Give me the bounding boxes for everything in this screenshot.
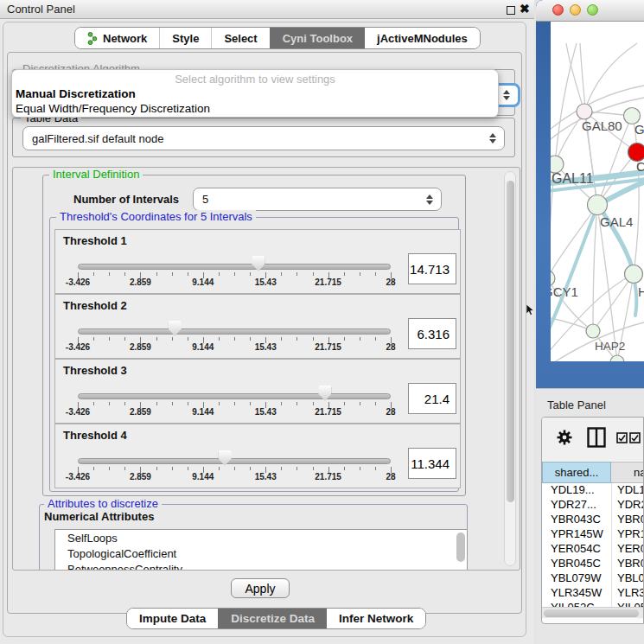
table-row[interactable]: YPR145WYPR14 bbox=[542, 527, 644, 542]
list-scrollbar[interactable] bbox=[456, 532, 465, 562]
list-item[interactable]: SelfLoops bbox=[55, 530, 467, 545]
list-item[interactable]: BetweennessCentrality bbox=[55, 561, 467, 571]
tick-mark bbox=[250, 402, 251, 405]
network-icon bbox=[87, 32, 98, 45]
slider-track[interactable] bbox=[78, 458, 391, 464]
tab-style[interactable]: Style bbox=[159, 28, 211, 48]
tick-mark bbox=[188, 467, 188, 470]
tick-mark bbox=[109, 337, 110, 341]
panel-title: Control Panel bbox=[7, 3, 75, 16]
tick-label: 15.43 bbox=[255, 472, 277, 481]
dropdown-option[interactable]: Manual Discretization bbox=[16, 87, 136, 100]
node-right-mid[interactable] bbox=[625, 265, 643, 284]
highlighted-edge[interactable] bbox=[634, 281, 636, 316]
edge[interactable] bbox=[593, 205, 597, 331]
checkbox-icon[interactable] bbox=[629, 432, 641, 443]
tab-select[interactable]: Select bbox=[211, 28, 269, 48]
table-row[interactable]: YIL052CYIL05 bbox=[542, 601, 644, 607]
node-label: GAL11 bbox=[552, 171, 594, 186]
table-row[interactable]: YBR043CYBR04 bbox=[542, 513, 644, 527]
table-row[interactable]: YBL079WYBL07 bbox=[542, 571, 644, 586]
threshold-value-field[interactable]: 21.4 bbox=[408, 383, 456, 414]
node-gal11[interactable] bbox=[551, 156, 564, 173]
node-label: GAL4 bbox=[600, 214, 633, 229]
threshold-label: Threshold 4 bbox=[63, 429, 127, 442]
tick-label: 2.859 bbox=[130, 407, 151, 417]
tick-mark bbox=[124, 272, 125, 276]
slider-track[interactable] bbox=[78, 393, 391, 399]
node-label: C bbox=[636, 159, 644, 174]
tick-label: -3.426 bbox=[66, 472, 90, 481]
highlighted-edge[interactable] bbox=[551, 207, 597, 335]
minimize-traffic-light[interactable] bbox=[570, 4, 581, 16]
node-gal4[interactable] bbox=[588, 195, 608, 215]
split-pane-icon[interactable] bbox=[587, 427, 606, 448]
edge[interactable] bbox=[555, 43, 577, 164]
cell-shared-name: YER054C bbox=[542, 542, 611, 557]
close-icon[interactable]: ✖ bbox=[520, 2, 530, 16]
node-hap2[interactable] bbox=[586, 324, 600, 338]
tab-network[interactable]: Network bbox=[75, 28, 159, 48]
cell-shared-name: YLR345W bbox=[542, 586, 611, 601]
threshold-box-1: Threshold 1-3.4262.8599.14415.4321.71528… bbox=[54, 229, 461, 294]
threshold-label: Threshold 3 bbox=[63, 364, 127, 377]
threshold-value-field[interactable]: 11.344 bbox=[408, 448, 456, 479]
network-canvas[interactable]: GAL80GAL11GAL4GCY1HAP2GCH bbox=[551, 22, 644, 361]
table-row[interactable]: YDL19...YDL19 bbox=[542, 483, 644, 498]
cell-shared-name: YDL19... bbox=[542, 483, 611, 498]
zoom-traffic-light[interactable] bbox=[587, 4, 598, 16]
column-header-name[interactable]: name bbox=[611, 462, 644, 483]
tick-mark bbox=[250, 467, 251, 470]
settings-scrollbar-thumb[interactable] bbox=[507, 181, 514, 502]
tick-mark bbox=[360, 467, 360, 470]
threshold-value-field[interactable]: 14.713 bbox=[408, 253, 456, 284]
combo-arrows-icon bbox=[502, 90, 510, 100]
tick-mark bbox=[281, 272, 282, 276]
table-row[interactable]: YDR27...YDR27 bbox=[542, 498, 644, 513]
column-header-shared-name[interactable]: shared... bbox=[542, 462, 611, 483]
edge[interactable] bbox=[566, 43, 584, 112]
cell-shared-name: YIL052C bbox=[542, 601, 611, 607]
tab-cyni-toolbox[interactable]: Cyni Toolbox bbox=[270, 28, 365, 48]
tab-label: Style bbox=[172, 32, 199, 45]
tick-label: 28 bbox=[386, 277, 395, 287]
apply-button[interactable]: Apply bbox=[231, 578, 290, 598]
tick-mark bbox=[281, 337, 282, 341]
numerical-attributes-list[interactable]: SelfLoopsTopologicalCoefficientBetweenne… bbox=[54, 529, 468, 571]
bottom-tab-infer-network[interactable]: Infer Network bbox=[327, 609, 425, 628]
tick-label: 21.715 bbox=[315, 407, 341, 417]
table-row[interactable]: YBR045CYBR04 bbox=[542, 557, 644, 571]
tick-label: -3.426 bbox=[66, 342, 90, 352]
threshold-box-4: Threshold 4-3.4262.8599.14415.4321.71528… bbox=[54, 424, 461, 488]
tick-mark bbox=[281, 467, 282, 470]
edge[interactable] bbox=[593, 274, 634, 331]
table-hscrollbar-thumb[interactable] bbox=[544, 609, 639, 617]
settings-scrollbar[interactable] bbox=[504, 171, 516, 566]
bottom-tab-discretize-data[interactable]: Discretize Data bbox=[218, 609, 327, 628]
tick-mark bbox=[250, 272, 251, 276]
slider-track[interactable] bbox=[78, 264, 391, 270]
checkbox-icon[interactable] bbox=[616, 432, 628, 443]
tab-jactivemnodules[interactable]: jActiveMNodules bbox=[365, 28, 480, 48]
close-traffic-light[interactable] bbox=[552, 4, 564, 16]
dropdown-option[interactable]: Equal Width/Frequency Discretization bbox=[16, 102, 210, 115]
node-gal80[interactable] bbox=[577, 104, 592, 119]
tick-mark bbox=[250, 337, 251, 341]
table-row[interactable]: YLR345WYLR34 bbox=[542, 586, 644, 601]
top-tab-bar: NetworkStyleSelectCyni ToolboxjActiveMNo… bbox=[74, 27, 481, 49]
table-row[interactable]: YER054CYER05 bbox=[542, 542, 644, 557]
table-hscrollbar[interactable] bbox=[542, 607, 644, 618]
slider-track[interactable] bbox=[78, 328, 391, 335]
float-window-icon[interactable] bbox=[507, 6, 515, 15]
table-data-combobox[interactable]: galFiltered.sif default node bbox=[22, 126, 505, 150]
network-graph: GAL80GAL11GAL4GCY1HAP2GCH bbox=[551, 22, 644, 361]
threshold-value-field[interactable]: 6.316 bbox=[408, 318, 456, 349]
tick-mark bbox=[360, 337, 360, 341]
tick-mark bbox=[219, 467, 220, 470]
tick-mark bbox=[124, 337, 125, 341]
gear-icon[interactable] bbox=[556, 429, 573, 446]
bottom-tab-impute-data[interactable]: Impute Data bbox=[127, 609, 218, 628]
cell-name: YDL19 bbox=[611, 483, 644, 498]
cell-name: YBR04 bbox=[611, 557, 644, 571]
list-item[interactable]: TopologicalCoefficient bbox=[55, 545, 467, 561]
